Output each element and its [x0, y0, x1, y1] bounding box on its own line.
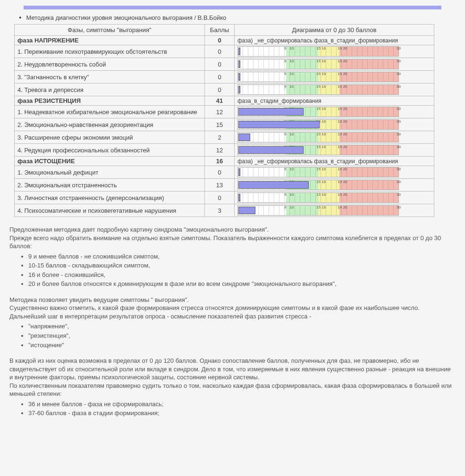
desc-p3: Методика позволяет увидеть ведущие симпт… [9, 296, 456, 304]
symptom-bar-cell: 9101516192030 [235, 45, 434, 58]
desc-list-item: 36 и менее баллов - фаза не сформировала… [28, 400, 456, 409]
symptom-score: 12 [205, 106, 235, 118]
col-header-score: Баллы [205, 25, 235, 36]
symptom-bar-cell: 9101516192030 [235, 118, 434, 131]
desc-list-item: 37-60 баллов - фаза в стадии формировани… [28, 409, 456, 418]
symptom-name: 3. Личностная отстраненность (деперсонал… [15, 192, 205, 204]
desc-list-item: 16 и более - сложившийся, [28, 271, 456, 279]
symptom-row: 3. Личностная отстраненность (деперсонал… [15, 192, 434, 204]
symptom-bar-cell: 9101516192030 [235, 144, 434, 157]
symptom-bar-cell: 9101516192030 [235, 71, 434, 84]
score-bar: 9101516192030 [237, 145, 399, 155]
score-bar: 9101516192030 [237, 84, 399, 95]
symptom-name: 1. Неадекватное избирательное эмоциональ… [15, 106, 205, 118]
symptom-bar-cell: 9101516192030 [235, 131, 434, 144]
symptom-name: 3. "Загнанность в клетку" [15, 71, 205, 84]
phase-diagnosis: фаза_в_стадии_формирования [235, 96, 434, 106]
desc-p6: В каждой из них оценка возможна в предел… [9, 357, 456, 382]
phase-diagnosis: фаза) _не_сформировалась фаза_в_стадии_ф… [235, 157, 434, 166]
symptom-name: 1. Эмоциональный дефицит [15, 166, 205, 179]
desc-p2: Прежде всего надо обратить внимание на о… [9, 234, 456, 251]
symptom-row: 1. Эмоциональный дефицит09101516192030 [15, 166, 434, 179]
symptom-bar-cell: 9101516192030 [235, 204, 434, 217]
symptom-name: 2. Эмоциональная отстраненность [15, 179, 205, 192]
symptom-bar-cell: 9101516192030 [235, 58, 434, 71]
phase-title: фаза НАПРЯЖЕНИЕ [15, 36, 205, 45]
phase-title: фаза РЕЗИСТЕНЦИЯ [15, 96, 205, 106]
symptom-bar-cell: 9101516192030 [235, 106, 434, 118]
symptom-score: 0 [205, 58, 235, 71]
phase-total: 0 [205, 36, 235, 45]
col-header-name: Фазы, симптомы "выгорания" [15, 25, 205, 36]
symptom-score: 0 [205, 71, 235, 84]
symptom-name: 3. Расширение сферы экономии эмоций [15, 131, 205, 144]
symptom-row: 2. Неудовлетворенность собой091015161920… [15, 58, 434, 71]
symptom-row: 2. Эмоциональная отстраненность139101516… [15, 179, 434, 192]
score-bar: 9101516192030 [237, 119, 399, 130]
symptom-row: 4. Редукция профессиональных обязанносте… [15, 144, 434, 157]
desc-list-item: 10-15 баллов - складывающийся симптом, [28, 261, 456, 270]
score-bar: 9101516192030 [237, 72, 399, 82]
symptom-score: 0 [205, 84, 235, 96]
desc-list-item: 20 и более баллов относятся к доминирующ… [28, 280, 456, 288]
symptom-row: 3. Расширение сферы экономии эмоций29101… [15, 131, 434, 144]
desc-p7: По количественным показателям правомерно… [9, 382, 456, 398]
desc-list3: 36 и менее баллов - фаза не сформировала… [28, 400, 456, 418]
phase-diagnosis: фаза) _не_сформировалась фаза_в_стадии_ф… [235, 36, 434, 45]
score-bar: 9101516192030 [237, 46, 399, 57]
phase-title: фаза ИСТОЩЕНИЕ [15, 157, 205, 166]
top-separator [24, 6, 441, 9]
results-table: Фазы, симптомы "выгорания" Баллы Диаграм… [14, 24, 434, 217]
col-header-diagram: Диаграмма от 0 до 30 баллов [235, 25, 434, 36]
score-bar: 9101516192030 [237, 167, 399, 177]
desc-list-item: "напряжение", [28, 322, 456, 331]
symptom-name: 2. Эмоционально-нравственная дезориентац… [15, 118, 205, 131]
symptom-score: 3 [205, 204, 235, 217]
symptom-name: 1. Переживание психотравмирующих обстоят… [15, 45, 205, 58]
score-bar: 9101516192030 [237, 132, 399, 142]
symptom-bar-cell: 9101516192030 [235, 192, 434, 204]
symptom-row: 1. Неадекватное избирательное эмоциональ… [15, 106, 434, 118]
desc-list-item: "резистенция", [28, 332, 456, 340]
methodology-title: Методика диагностики уровня эмоционально… [19, 14, 456, 21]
score-bar: 9101516192030 [237, 205, 399, 216]
score-bar: 9101516192030 [237, 107, 399, 117]
score-bar: 9101516192030 [237, 59, 399, 69]
phase-total: 16 [205, 157, 235, 166]
symptom-name: 4. Редукция профессиональных обязанносте… [15, 144, 205, 157]
symptom-score: 13 [205, 179, 235, 192]
symptom-row: 3. "Загнанность в клетку"09101516192030 [15, 71, 434, 84]
desc-list2: "напряжение","резистенция","истощение" [28, 322, 456, 349]
symptom-score: 15 [205, 118, 235, 131]
desc-p4: Существенно важно отметить, к какой фазе… [9, 304, 456, 312]
symptom-name: 2. Неудовлетворенность собой [15, 58, 205, 71]
symptom-score: 0 [205, 166, 235, 179]
symptom-bar-cell: 9101516192030 [235, 84, 434, 96]
symptom-row: 4. Тревога и депрессия09101516192030 [15, 84, 434, 96]
phase-total: 41 [205, 96, 235, 106]
score-bar: 9101516192030 [237, 180, 399, 190]
symptom-score: 2 [205, 131, 235, 144]
desc-list1: 9 и менее баллов - не сложившийся симпто… [28, 252, 456, 288]
score-bar: 9101516192030 [237, 192, 399, 203]
desc-list-item: 9 и менее баллов - не сложившийся симпто… [28, 252, 456, 261]
symptom-score: 12 [205, 144, 235, 157]
symptom-score: 0 [205, 192, 235, 204]
symptom-name: 4. Психосоматические и психовегетативные… [15, 204, 205, 217]
symptom-row: 4. Психосоматические и психовегетативные… [15, 204, 434, 217]
desc-list-item: "истощение" [28, 341, 456, 350]
symptom-bar-cell: 9101516192030 [235, 166, 434, 179]
symptom-row: 1. Переживание психотравмирующих обстоят… [15, 45, 434, 58]
symptom-row: 2. Эмоционально-нравственная дезориентац… [15, 118, 434, 131]
symptom-name: 4. Тревога и депрессия [15, 84, 205, 96]
desc-p1: Предложенная методика дает подробную кар… [9, 225, 456, 234]
desc-p5: Дальнейший шаг в интерпретации результат… [9, 312, 456, 321]
description: Предложенная методика дает подробную кар… [9, 225, 456, 418]
symptom-bar-cell: 9101516192030 [235, 179, 434, 192]
symptom-score: 0 [205, 45, 235, 58]
